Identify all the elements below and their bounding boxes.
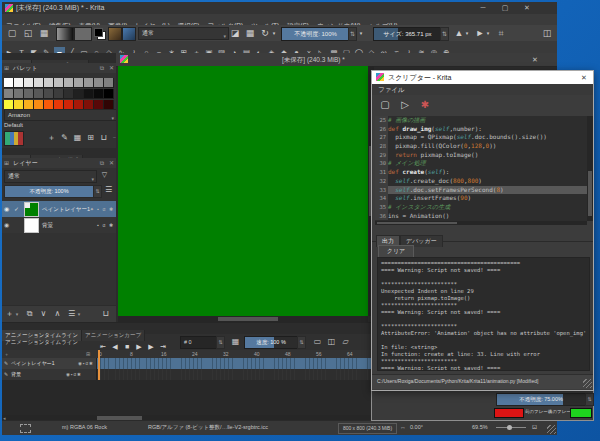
zoom-slider-thumb[interactable] (507, 425, 512, 430)
palette-thumbnail[interactable] (4, 131, 24, 146)
onion-opacity-spin[interactable]: ⇅ (585, 393, 594, 406)
chevron-down-icon[interactable]: ▾ (484, 27, 492, 39)
canvas[interactable] (118, 66, 368, 316)
canvas-angle-value[interactable]: 0.00° (410, 421, 423, 434)
rotate-icon[interactable]: ↔ (400, 421, 406, 434)
workspace-chooser-icon[interactable]: ◫ (541, 27, 553, 39)
gear-icon[interactable]: ✱ (109, 206, 114, 212)
brush-size-slider[interactable]: サイズ: 365.71 px (373, 27, 442, 41)
track-header[interactable]: ✎ ペイントレイヤー1 ◉▪α✱ (2, 358, 97, 369)
layer-blend-mode-dropdown[interactable]: 通常 ▾ (4, 170, 97, 183)
chevron-down-icon[interactable]: ▾ (270, 27, 278, 39)
zoom-percentage[interactable]: 69.5% (472, 421, 488, 434)
maximize-button[interactable]: ▢ (495, 2, 515, 14)
move-layer-down-button[interactable]: ∨ (38, 308, 49, 319)
add-color-button[interactable]: ＋ (46, 132, 57, 143)
opacity-slider[interactable]: 不透明度: 100% (281, 27, 350, 41)
float-docker-icon[interactable]: ⧉ (100, 158, 104, 168)
layer-thumbnail[interactable] (24, 218, 39, 233)
previous-frame-color-swatch[interactable] (494, 408, 524, 418)
chevron-down-icon[interactable]: ▾ (463, 27, 471, 39)
subwindow-close-icon[interactable]: ✕ (528, 53, 542, 66)
resize-grip[interactable] (547, 425, 556, 434)
layer-filter-icon[interactable]: ▽ (99, 169, 110, 180)
run-script-icon[interactable]: ▷ (398, 98, 412, 112)
editor-horizontal-scrollbar[interactable] (375, 221, 587, 225)
brush-preset-thumbnail[interactable] (122, 27, 136, 41)
playback-speed-slider[interactable]: 速度: 100 % (244, 336, 298, 349)
minimize-button[interactable]: ─ (473, 2, 493, 14)
zoom-slider[interactable] (496, 427, 526, 428)
gear-icon[interactable]: ✱ (109, 222, 114, 228)
open-document-icon[interactable]: ◱ (22, 27, 34, 39)
layer-opacity-slider[interactable]: 不透明度: 100% (4, 185, 94, 198)
output-console[interactable]: ========================================… (377, 257, 590, 371)
save-document-icon[interactable]: ▦ (38, 27, 50, 39)
delete-color-button[interactable]: ⊔ (98, 132, 109, 143)
move-layer-up-button[interactable]: ∧ (52, 308, 63, 319)
close-button[interactable]: ✕ (517, 2, 537, 14)
edit-palette-button[interactable]: ✎ (59, 132, 70, 143)
code-editor[interactable]: 25# 画像の描画26def draw_img(self,number):27 … (375, 116, 590, 221)
film-icon[interactable]: ▦ (230, 336, 241, 347)
resize-grip[interactable] (583, 379, 592, 388)
next-frame-color-swatch[interactable] (570, 408, 592, 418)
fg-bg-color-chooser[interactable] (94, 28, 105, 39)
brush-preset-icon[interactable] (108, 27, 122, 41)
palette-select-dropdown[interactable]: Amazon ▾ (4, 109, 117, 121)
gradient-chooser[interactable] (56, 27, 74, 41)
pattern-chooser[interactable] (74, 27, 92, 41)
menu-file[interactable]: ファイル (378, 84, 405, 95)
debug-script-icon[interactable]: ✱ (418, 98, 432, 112)
layer-options-icon[interactable]: ☰ (103, 184, 114, 195)
new-document-icon[interactable]: ▢ (6, 27, 18, 39)
chevron-down-icon[interactable]: ▾ (76, 309, 82, 320)
eraser-mode-icon[interactable]: ◪ (229, 27, 241, 39)
ruler-options-icon[interactable]: ⊞ (86, 350, 90, 358)
palette-view-button[interactable]: ⊞ (85, 132, 96, 143)
layer-name[interactable]: ペイントレイヤー1 (42, 201, 90, 217)
current-frame-spinbox[interactable]: # 0 (180, 336, 219, 349)
onion-skin-toggle-icon[interactable]: ▭ (312, 336, 323, 347)
pin-icon[interactable]: ✦ (90, 206, 95, 212)
layer-row-paint[interactable]: ◉ ✓ ペイントレイヤー1 ✦ ▪ α ✱ (2, 201, 116, 217)
layer-row-background[interactable]: ◉ 背景 ▪ α ✱ (2, 217, 116, 233)
save-palette-button[interactable]: ▦ (72, 132, 83, 143)
size-spin-buttons[interactable]: ⇅ (440, 27, 449, 41)
layer-thumbnail[interactable] (24, 202, 39, 217)
monitor-icon[interactable]: ⊡ (532, 421, 537, 434)
speed-spin-buttons[interactable]: ⇅ (297, 336, 306, 349)
close-icon[interactable]: ✕ (577, 71, 591, 84)
fg-color-swatch[interactable] (94, 28, 103, 37)
blend-mode-dropdown[interactable]: 通常 ▾ (138, 27, 229, 40)
onion-skin-settings-icon[interactable]: ◫ (326, 336, 337, 347)
editor-vertical-scrollbar[interactable] (587, 116, 593, 221)
close-docker-icon[interactable]: ✕ (109, 158, 114, 168)
delete-layer-button[interactable]: ⊔ (100, 308, 111, 319)
layer-opacity-spin[interactable]: ⇅ (93, 185, 102, 198)
eye-icon[interactable]: ◉ (4, 201, 9, 217)
open-script-icon[interactable]: ▢ (378, 98, 392, 112)
lock-icon[interactable]: ▪ (97, 206, 100, 212)
scripter-titlebar[interactable]: スクリプター - Krita ✕ (372, 71, 593, 84)
alpha-icon[interactable]: α (103, 206, 107, 212)
opacity-spin-buttons[interactable]: ⇅ (348, 27, 357, 41)
track-header[interactable]: ✎ 背景 ◉▪α✱ (2, 369, 97, 380)
scrollbar-thumb[interactable] (377, 222, 457, 224)
scrollbar-thumb[interactable] (218, 317, 278, 321)
onion-opacity-slider[interactable]: 不透明度: 75.00% (496, 393, 586, 406)
drop-frames-icon[interactable]: ▱ (340, 336, 351, 347)
playhead-marker[interactable] (98, 350, 100, 380)
lock-icon[interactable]: ▪ (97, 222, 100, 228)
duplicate-layer-button[interactable]: ⧉ (24, 308, 35, 319)
float-docker-icon[interactable]: ⧉ (100, 63, 104, 73)
alpha-icon[interactable]: α (103, 222, 107, 228)
close-docker-icon[interactable]: ✕ (109, 63, 114, 73)
crop-display-icon[interactable]: ⌗ (495, 27, 507, 39)
canvas-subwindow-titlebar[interactable]: [未保存] (240.3 MiB) * ✕ (116, 53, 557, 67)
eye-icon[interactable]: ◉ (4, 217, 9, 233)
gear-icon[interactable]: ✱ (77, 372, 82, 377)
plus-icon[interactable]: ＋ (4, 350, 9, 358)
window-titlebar[interactable]: [未保存] (240.3 MiB) * - Krita ─ ▢ ✕ (2, 2, 557, 14)
preserve-alpha-icon[interactable]: ▦ (244, 27, 256, 39)
